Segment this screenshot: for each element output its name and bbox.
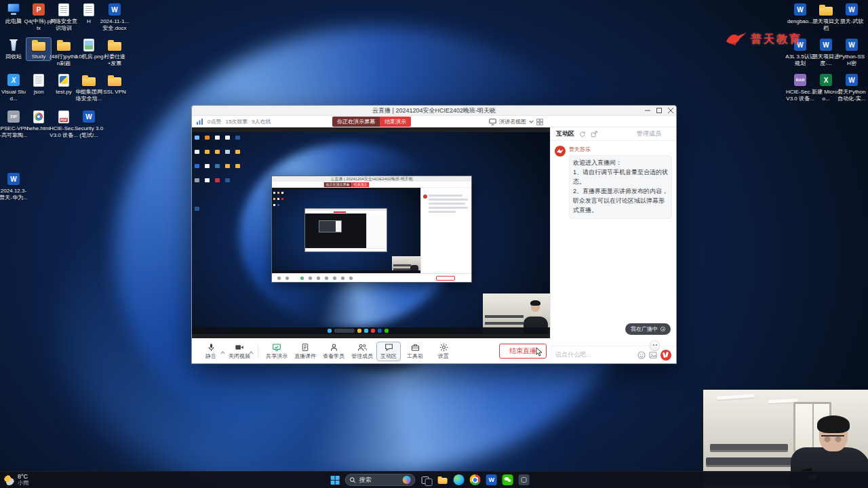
desktop-icon-python-auto[interactable]: 普天Python自动化-实... bbox=[840, 73, 864, 102]
chevron-up-icon[interactable] bbox=[220, 345, 225, 357]
nested-banner-button: 结束演示 bbox=[352, 182, 370, 187]
desktop-icon-vscode[interactable]: Visual Stud... bbox=[1, 73, 26, 102]
task-view-button[interactable] bbox=[421, 474, 432, 485]
applause-button[interactable] bbox=[660, 350, 671, 361]
popout-icon[interactable] bbox=[591, 131, 597, 138]
settings-label: 设置 bbox=[438, 352, 449, 360]
settings-button[interactable]: 设置 bbox=[429, 343, 458, 360]
nested-chat-panel bbox=[420, 188, 471, 273]
desktop-icon-security-training[interactable]: 网络安全意识培训 bbox=[52, 3, 76, 31]
desktop-icon-project-docs[interactable]: 朋天项目文档 bbox=[814, 3, 838, 31]
signal-icon bbox=[197, 118, 203, 125]
close-button[interactable] bbox=[665, 106, 676, 116]
recycle-bin-icon bbox=[5, 38, 22, 52]
desktop-icon-wuruan[interactable]: 朋天-武软 bbox=[840, 3, 864, 25]
mute-button[interactable]: 静音 bbox=[197, 343, 225, 360]
shared-taskbar bbox=[192, 327, 551, 334]
taskbar: 8°C 小雨 搜索 W bbox=[0, 471, 868, 488]
desktop-icon-ssl-vpn[interactable]: SSL VPN bbox=[102, 73, 127, 96]
toolbox-button[interactable]: 工具箱 bbox=[401, 343, 429, 360]
presenting-banner-text: 你正在演示屏幕 bbox=[332, 117, 380, 127]
screen-share-area: 云直播 | 20241204安全HCIE2402晚班-明天晓 你正在演示屏幕 结… bbox=[192, 127, 551, 340]
layout-grid-icon[interactable] bbox=[536, 119, 543, 125]
taskbar-weather-widget[interactable]: 8°C 小雨 bbox=[4, 472, 28, 488]
camera-off-button[interactable]: 关闭视频 bbox=[225, 343, 254, 360]
stream-control-bar: 静音 关闭视频 共享演示 直播课件 查看学员 bbox=[192, 338, 551, 363]
desktop-icon-hcie-rar[interactable]: HCIE-Sec... V3.0 设备... bbox=[788, 73, 812, 102]
brand-logo: 普天教育 bbox=[726, 31, 802, 47]
desktop-icon-invoice-folder[interactable]: 村委仕途+发票 bbox=[102, 38, 127, 66]
desktop-icon-png[interactable]: 3.0机房.png bbox=[77, 38, 101, 60]
desktop-icon-hcie-pdf[interactable]: HCIE-Sec... V3.0 设备... bbox=[52, 110, 76, 138]
interaction-zone-button[interactable]: 互动区 bbox=[376, 342, 401, 361]
members-label: 管理成员 bbox=[351, 352, 373, 360]
taskbar-search[interactable]: 搜索 bbox=[345, 474, 416, 486]
desktop-icon-dengbao[interactable]: dengbao... bbox=[788, 3, 812, 25]
view-students-button[interactable]: 查看学员 bbox=[319, 343, 348, 360]
desktop-icon-test-py[interactable]: test.py bbox=[52, 73, 76, 96]
desktop-icon-word-doc[interactable]: 2024.12.3-普天-华为... bbox=[1, 172, 26, 201]
chat-input-placeholder[interactable]: 说点什么吧... bbox=[555, 350, 634, 359]
nested-screen-level2 bbox=[272, 190, 420, 273]
folder-icon bbox=[56, 38, 72, 52]
vscode-icon bbox=[5, 73, 22, 87]
chat-header: 互动区 管理成员 bbox=[551, 127, 676, 141]
view-mode-label: 演讲者视图 bbox=[499, 118, 526, 125]
desktop-icon-pptx[interactable]: Q4(中韩).pptx bbox=[26, 3, 51, 31]
desktop-icon-recycle-bin[interactable]: 回收站 bbox=[1, 38, 26, 60]
chevron-up-icon[interactable] bbox=[249, 345, 254, 357]
icon-label: 普天Python自动化-实... bbox=[837, 89, 867, 102]
share-presentation-button[interactable]: 共享演示 bbox=[262, 343, 291, 360]
desktop-icon-ipsec-zip[interactable]: IPSEC-VPN-高可靠陶... bbox=[1, 110, 26, 138]
start-button[interactable] bbox=[331, 476, 340, 485]
word-app-button[interactable]: W bbox=[486, 474, 497, 485]
wechat-app-button[interactable] bbox=[502, 474, 513, 485]
word-file-icon bbox=[81, 110, 97, 124]
courseware-button[interactable]: 直播课件 bbox=[291, 343, 319, 360]
file-explorer-button[interactable] bbox=[437, 474, 448, 485]
decoration bbox=[485, 311, 524, 329]
folder-icon bbox=[81, 73, 97, 87]
person-icon bbox=[330, 343, 338, 352]
presenting-banner: 你正在演示屏幕 结束演示 bbox=[332, 117, 411, 127]
desktop-icon-new-excel[interactable]: 新建 Microso... bbox=[814, 73, 838, 102]
decoration bbox=[429, 211, 456, 213]
desktop: 此电脑 回收站 Visual Stud... IPSEC-VPN-高可靠陶...… bbox=[0, 0, 868, 488]
edge-browser-button[interactable] bbox=[454, 474, 465, 485]
desktop-icon-project-progress[interactable]: 朋天项目进度-... bbox=[814, 38, 838, 66]
desktop-icon-h[interactable]: H bbox=[77, 3, 101, 25]
search-highlights-icon bbox=[403, 476, 411, 484]
decoration bbox=[305, 214, 387, 248]
minimize-button[interactable] bbox=[642, 106, 653, 116]
end-presenting-button[interactable]: 结束演示 bbox=[380, 117, 411, 127]
decoration bbox=[429, 199, 468, 201]
manage-members-button[interactable]: 管理成员 bbox=[348, 343, 376, 360]
tab-manage-members[interactable]: 管理成员 bbox=[637, 129, 661, 138]
decoration bbox=[429, 207, 468, 209]
smiley-icon[interactable] bbox=[637, 351, 646, 359]
desktop-icon-this-pc[interactable]: 此电脑 bbox=[1, 3, 26, 25]
desktop-icon-python-ssh[interactable]: Python-SSH密 bbox=[840, 38, 864, 66]
tab-interaction[interactable]: 互动区 bbox=[556, 129, 574, 138]
share-screen-icon bbox=[272, 343, 281, 352]
word-file-icon bbox=[844, 73, 860, 87]
desktop-icon-2024-docx[interactable]: 2024-11-1...安全.docx bbox=[102, 3, 127, 31]
desktop-icon-json[interactable]: json bbox=[26, 73, 51, 96]
desktop-icon-study-folder[interactable]: Study bbox=[26, 38, 51, 60]
image-upload-icon[interactable] bbox=[649, 351, 657, 359]
window-titlebar[interactable]: 云直播 | 20241204安全HCIE2402晚班-明天晓 bbox=[192, 106, 676, 116]
nested-window-title: 云直播 | 20241204安全HCIE2402晚班-明天晓 bbox=[272, 176, 471, 182]
taskbar-center: 搜索 W bbox=[331, 472, 530, 488]
zip-file-icon bbox=[5, 110, 22, 124]
chat-input-bar[interactable]: 说点什么吧... bbox=[551, 346, 676, 363]
view-mode-selector[interactable]: 演讲者视图 bbox=[489, 116, 543, 127]
desktop-icon-html[interactable]: hehe.html bbox=[26, 110, 51, 132]
desktop-icon-security-doc[interactable]: Security 3.0 (笔试/... bbox=[77, 110, 101, 138]
pinned-app-button[interactable] bbox=[519, 474, 530, 485]
maximize-button[interactable] bbox=[653, 106, 665, 116]
desktop-icon-huaneng-folder[interactable]: 华能集团网络安全培... bbox=[77, 73, 101, 102]
desktop-icon-python-folder[interactable]: (48行)python刷题 bbox=[52, 38, 76, 66]
chrome-browser-button[interactable] bbox=[470, 474, 481, 485]
nested-end-live-button bbox=[436, 276, 455, 281]
refresh-icon[interactable] bbox=[579, 131, 586, 138]
